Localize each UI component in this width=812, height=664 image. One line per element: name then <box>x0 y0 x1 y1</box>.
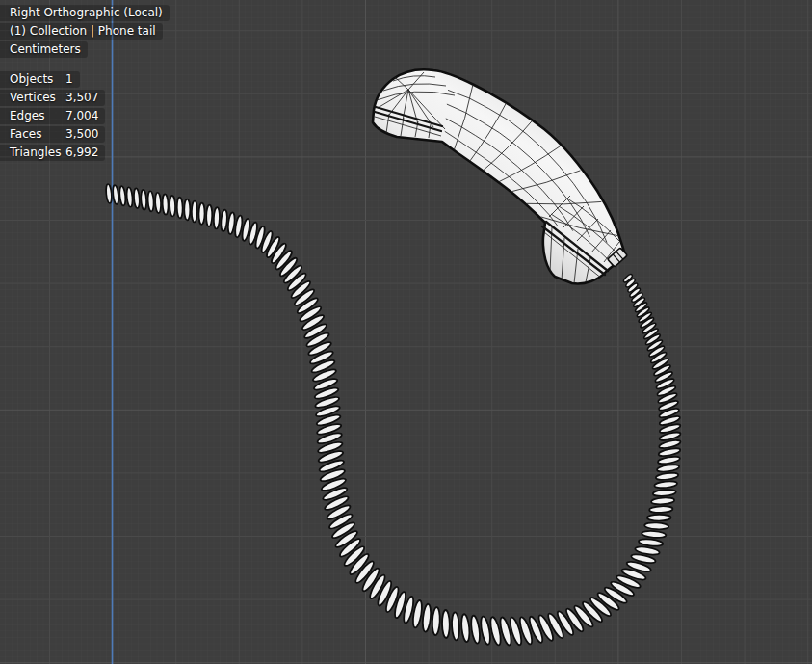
stat-value: 3,507 <box>65 91 98 105</box>
stat-label: Vertices <box>10 91 65 105</box>
stat-row: Edges7,004 <box>0 108 105 124</box>
stat-row: Triangles6,992 <box>0 145 105 161</box>
viewport-text-overlay: Right Orthographic (Local) (1) Collectio… <box>0 5 170 163</box>
stat-row: Vertices3,507 <box>0 90 105 106</box>
stat-label: Edges <box>10 109 65 123</box>
stat-value: 3,500 <box>65 127 98 142</box>
stat-value: 6,992 <box>65 146 98 160</box>
stat-label: Triangles <box>10 146 65 160</box>
stat-row: Objects1 <box>0 71 80 88</box>
stat-value: 7,004 <box>65 109 98 123</box>
stat-label: Faces <box>10 127 65 142</box>
stat-value: 1 <box>65 72 73 87</box>
stat-label: Objects <box>10 72 65 87</box>
collection-breadcrumb: (1) Collection | Phone tail <box>0 23 163 40</box>
stat-row: Faces3,500 <box>0 126 105 143</box>
view-name-label: Right Orthographic (Local) <box>0 5 170 21</box>
scene-statistics: Objects1Vertices3,507Edges7,004Faces3,50… <box>0 71 170 161</box>
3d-viewport[interactable]: Right Orthographic (Local) (1) Collectio… <box>0 0 812 664</box>
overlay-spacer <box>0 60 170 71</box>
units-label: Centimeters <box>0 41 88 58</box>
